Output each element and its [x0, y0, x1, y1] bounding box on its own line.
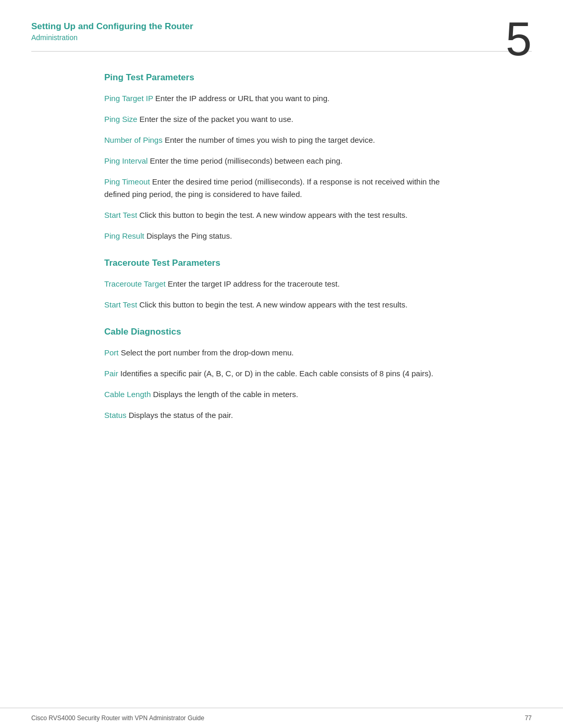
param-label-start-test-ping: Start Test — [104, 211, 137, 219]
param-desc-ping-target-ip: Enter the IP address or URL that you wan… — [153, 94, 330, 103]
param-label-start-test-traceroute: Start Test — [104, 300, 137, 309]
param-desc-ping-timeout: Enter the desired time period (milliseco… — [104, 177, 440, 199]
footer-page-number: 77 — [525, 714, 532, 722]
cable-diagnostics-section: Cable Diagnostics Port Select the port n… — [104, 327, 459, 422]
param-label-ping-timeout: Ping Timeout — [104, 177, 150, 186]
param-ping-size: Ping Size Enter the size of the packet y… — [104, 113, 459, 126]
param-desc-traceroute-target: Enter the target IP address for the trac… — [166, 279, 340, 288]
param-desc-ping-result: Displays the Ping status. — [144, 231, 232, 240]
param-ping-interval: Ping Interval Enter the time period (mil… — [104, 155, 459, 167]
param-number-of-pings: Number of Pings Enter the number of time… — [104, 134, 459, 146]
chapter-number: 5 — [506, 16, 532, 63]
param-desc-ping-interval: Enter the time period (milliseconds) bet… — [148, 156, 342, 165]
param-label-cable-length: Cable Length — [104, 390, 151, 399]
param-label-pair: Pair — [104, 369, 118, 378]
header-subtitle: Administration — [31, 33, 532, 42]
footer-left-text: Cisco RVS4000 Security Router with VPN A… — [31, 714, 204, 722]
param-label-status: Status — [104, 411, 127, 419]
param-port: Port Select the port number from the dro… — [104, 347, 459, 359]
param-label-number-of-pings: Number of Pings — [104, 135, 163, 144]
param-label-ping-result: Ping Result — [104, 231, 144, 240]
param-pair: Pair Identifies a specific pair (A, B, C… — [104, 367, 459, 380]
ping-test-section: Ping Test Parameters Ping Target IP Ente… — [104, 72, 459, 242]
header-title: Setting Up and Configuring the Router — [31, 21, 532, 32]
param-desc-ping-size: Enter the size of the packet you want to… — [137, 115, 293, 124]
page-header: Setting Up and Configuring the Router Ad… — [0, 0, 563, 42]
param-start-test-ping: Start Test Click this button to begin th… — [104, 209, 459, 221]
param-ping-timeout: Ping Timeout Enter the desired time peri… — [104, 176, 459, 201]
param-status: Status Displays the status of the pair. — [104, 409, 459, 422]
param-label-ping-target-ip: Ping Target IP — [104, 94, 153, 103]
param-start-test-traceroute: Start Test Click this button to begin th… — [104, 299, 459, 311]
param-desc-status: Displays the status of the pair. — [127, 411, 233, 419]
param-cable-length: Cable Length Displays the length of the … — [104, 388, 459, 401]
traceroute-test-heading: Traceroute Test Parameters — [104, 258, 459, 268]
param-desc-start-test-ping: Click this button to begin the test. A n… — [137, 211, 408, 219]
param-label-ping-size: Ping Size — [104, 115, 137, 124]
param-label-ping-interval: Ping Interval — [104, 156, 148, 165]
param-desc-cable-length: Displays the length of the cable in mete… — [151, 390, 298, 399]
ping-test-heading: Ping Test Parameters — [104, 72, 459, 83]
traceroute-test-section: Traceroute Test Parameters Traceroute Ta… — [104, 258, 459, 311]
param-desc-start-test-traceroute: Click this button to begin the test. A n… — [137, 300, 408, 309]
param-label-traceroute-target: Traceroute Target — [104, 279, 166, 288]
page-footer: Cisco RVS4000 Security Router with VPN A… — [0, 708, 563, 728]
cable-diagnostics-heading: Cable Diagnostics — [104, 327, 459, 337]
main-content: Ping Test Parameters Ping Target IP Ente… — [0, 52, 563, 468]
param-ping-result: Ping Result Displays the Ping status. — [104, 230, 459, 242]
param-desc-pair: Identifies a specific pair (A, B, C, or … — [118, 369, 433, 378]
param-traceroute-target: Traceroute Target Enter the target IP ad… — [104, 278, 459, 290]
param-label-port: Port — [104, 348, 119, 357]
param-ping-target-ip: Ping Target IP Enter the IP address or U… — [104, 92, 459, 105]
page-container: Setting Up and Configuring the Router Ad… — [0, 0, 563, 728]
param-desc-port: Select the port number from the drop-dow… — [119, 348, 294, 357]
param-desc-number-of-pings: Enter the number of times you wish to pi… — [163, 135, 375, 144]
